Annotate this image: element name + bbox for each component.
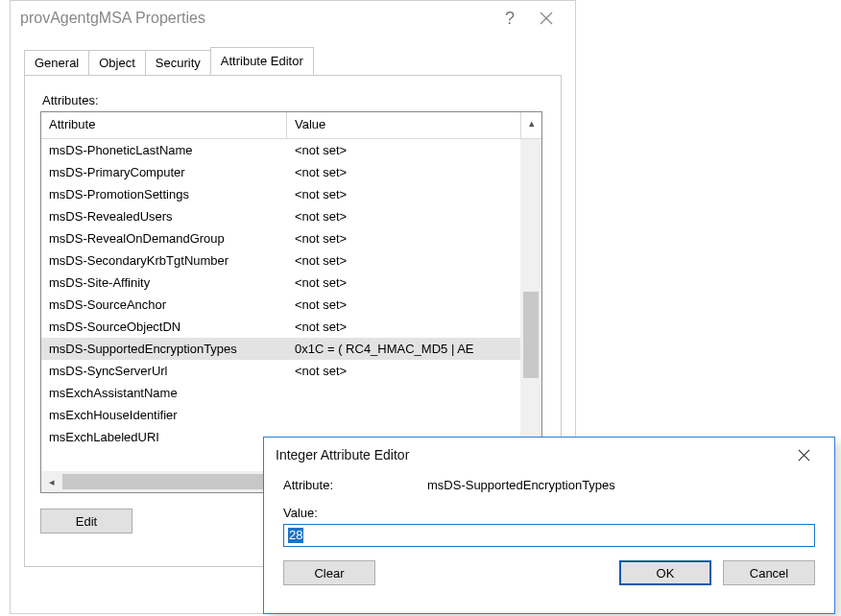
tab-object[interactable]: Object (88, 50, 146, 75)
table-row[interactable]: msDS-SupportedEncryptionTypes0x1C = ( RC… (41, 338, 520, 360)
attribute-value-cell (287, 382, 520, 404)
attribute-value-cell: <not set> (287, 227, 520, 249)
attribute-value-cell: <not set> (287, 139, 520, 161)
attribute-value-cell: <not set> (287, 272, 520, 294)
attributes-label: Attributes: (42, 93, 545, 107)
int-ok-button[interactable]: OK (619, 560, 711, 585)
tab-attribute-editor[interactable]: Attribute Editor (210, 47, 314, 75)
table-row[interactable]: msDS-PrimaryComputer<not set> (41, 161, 520, 183)
attribute-value-cell (287, 404, 520, 426)
attribute-value-cell: <not set> (287, 205, 520, 227)
close-button[interactable] (527, 1, 565, 36)
attribute-name-cell: msExchHouseIdentifier (41, 404, 287, 426)
attribute-value-cell: <not set> (287, 161, 520, 183)
attribute-value-cell: <not set> (287, 316, 520, 338)
attribute-value-cell: <not set> (287, 294, 520, 316)
int-value-label: Value: (283, 506, 815, 520)
edit-button[interactable]: Edit (40, 509, 132, 533)
int-value-input[interactable] (283, 524, 815, 547)
close-icon (798, 449, 810, 462)
attribute-name-cell: msDS-RevealOnDemandGroup (41, 227, 287, 249)
int-clear-label: Clear (314, 566, 344, 580)
column-header-attribute[interactable]: Attribute (41, 112, 287, 139)
list-body[interactable]: msDS-PhoneticLastName<not set>msDS-Prima… (41, 139, 520, 471)
attribute-name-cell: msDS-RevealedUsers (41, 205, 287, 227)
int-cancel-label: Cancel (750, 566, 788, 580)
int-title: Integer Attribute Editor (276, 447, 784, 462)
attribute-name-cell: msDS-PhoneticLastName (41, 139, 287, 161)
attribute-value-cell: 0x1C = ( RC4_HMAC_MD5 | AE (287, 338, 520, 360)
attribute-value-cell: <not set> (287, 183, 520, 205)
attribute-name-cell: msDS-SourceObjectDN (41, 316, 287, 338)
attribute-name-cell: msExchAssistantName (41, 382, 287, 404)
attribute-name-cell: msDS-PrimaryComputer (41, 161, 287, 183)
tab-label: Object (99, 56, 135, 70)
int-clear-button[interactable]: Clear (283, 560, 375, 585)
edit-button-label: Edit (76, 514, 97, 529)
tab-label: Attribute Editor (221, 54, 303, 68)
close-icon (540, 12, 553, 25)
int-titlebar: Integer Attribute Editor (264, 438, 834, 472)
int-ok-label: OK (657, 566, 675, 580)
integer-editor-dialog: Integer Attribute Editor Attribute: msDS… (263, 437, 835, 614)
attribute-name-cell: msDS-SyncServerUrl (41, 360, 287, 382)
titlebar: provAgentgMSA Properties ? (11, 1, 575, 36)
int-attr-value: msDS-SupportedEncryptionTypes (427, 478, 615, 492)
tab-general[interactable]: General (24, 50, 89, 75)
int-close-button[interactable] (784, 438, 823, 472)
scroll-left-button[interactable]: ◂ (41, 471, 62, 492)
scroll-up-button[interactable]: ▴ (520, 112, 541, 139)
table-row[interactable]: msDS-SyncServerUrl<not set> (41, 360, 520, 382)
tabstrip: General Object Security Attribute Editor (24, 49, 562, 76)
tab-label: General (35, 56, 79, 70)
scrollbar-thumb[interactable] (523, 292, 539, 378)
table-row[interactable]: msDS-RevealOnDemandGroup<not set> (41, 227, 520, 249)
int-cancel-button[interactable]: Cancel (723, 560, 815, 585)
table-row[interactable]: msExchAssistantName (41, 382, 520, 404)
table-row[interactable]: msDS-SecondaryKrbTgtNumber<not set> (41, 249, 520, 272)
table-row[interactable]: msDS-SourceAnchor<not set> (41, 294, 520, 316)
help-icon: ? (505, 9, 515, 29)
table-row[interactable]: msExchHouseIdentifier (41, 404, 520, 426)
int-attr-label: Attribute: (283, 478, 427, 492)
table-row[interactable]: msDS-RevealedUsers<not set> (41, 205, 520, 227)
chevron-up-icon: ▴ (529, 117, 535, 130)
table-row[interactable]: msDS-SourceObjectDN<not set> (41, 316, 520, 338)
column-header-value[interactable]: Value (287, 112, 520, 139)
attribute-value-cell: <not set> (287, 249, 520, 272)
attribute-name-cell: msExchLabeledURI (41, 426, 287, 448)
attribute-name-cell: msDS-PromotionSettings (41, 183, 287, 205)
help-button[interactable]: ? (493, 1, 527, 36)
table-row[interactable]: msDS-PromotionSettings<not set> (41, 183, 520, 205)
tab-label: Security (156, 56, 201, 70)
attribute-value-cell: <not set> (287, 360, 520, 382)
attribute-name-cell: msDS-SupportedEncryptionTypes (41, 338, 287, 360)
attribute-name-cell: msDS-Site-Affinity (41, 272, 287, 294)
attribute-name-cell: msDS-SourceAnchor (41, 294, 287, 316)
table-row[interactable]: msDS-Site-Affinity<not set> (41, 272, 520, 294)
attribute-name-cell: msDS-SecondaryKrbTgtNumber (41, 249, 287, 272)
window-title: provAgentgMSA Properties (20, 10, 493, 27)
list-header: Attribute Value ▴ (41, 112, 541, 139)
chevron-left-icon: ◂ (49, 476, 55, 488)
vertical-scrollbar[interactable] (520, 139, 541, 471)
table-row[interactable]: msDS-PhoneticLastName<not set> (41, 139, 520, 161)
tab-security[interactable]: Security (145, 50, 211, 75)
